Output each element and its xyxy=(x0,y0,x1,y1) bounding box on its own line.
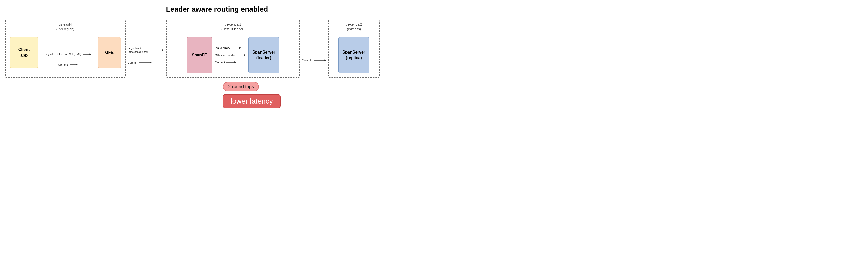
gfe-spanfe-arrow-top: BeginTxn + ExecuteSql (DML) xyxy=(128,47,164,54)
gfe-node: GFE xyxy=(98,37,121,68)
spanfe-label: SpanFE xyxy=(192,52,207,58)
arrow-right-icon7 xyxy=(226,61,236,64)
client-gfe-arrow-bottom: Commit xyxy=(58,63,78,67)
arrow-right-icon4 xyxy=(139,61,152,65)
leader-replica-arrow: Commit xyxy=(302,58,326,62)
region-us-central2-label: us-central2 (Witness) xyxy=(345,22,362,31)
gfe-spanfe-arrows: BeginTxn + ExecuteSql (DML) Commit xyxy=(126,33,166,78)
arrow-right-icon8 xyxy=(314,58,326,62)
region-us-central2: us-central2 (Witness) SpanServer (replic… xyxy=(328,20,380,78)
arrow-right-icon3 xyxy=(152,48,164,52)
region-us-east4: us-east4 (RW region) Client app BeginTxn… xyxy=(5,20,126,78)
region-us-central1: us-central1 (Default leader) SpanFE Issu… xyxy=(166,20,300,78)
spanserver-leader-node: SpanServer (leader) xyxy=(248,37,279,73)
spanfe-node: SpanFE xyxy=(187,37,212,73)
svg-marker-11 xyxy=(244,54,246,56)
arrow-right-icon5 xyxy=(231,46,242,50)
svg-marker-5 xyxy=(162,49,164,51)
badges-area: 2 round trips lower latency xyxy=(223,82,280,109)
spanserver-replica-node: SpanServer (replica) xyxy=(339,37,369,73)
page-title: Leader aware routing enabled xyxy=(166,5,268,13)
client-app-label: Client app xyxy=(18,47,30,58)
region-us-east4-label: us-east4 (RW region) xyxy=(56,22,74,31)
client-gfe-arrow-top: BeginTxn + ExecuteSql (DML) xyxy=(45,52,91,56)
leader-replica-arrows: Commit xyxy=(300,43,328,78)
svg-marker-15 xyxy=(324,59,326,61)
svg-marker-7 xyxy=(150,62,152,64)
client-app-node: Client app xyxy=(10,37,38,68)
svg-marker-1 xyxy=(89,53,91,55)
arrow-right-icon2 xyxy=(70,63,78,67)
diagram: us-east4 (RW region) Client app BeginTxn… xyxy=(5,20,429,78)
spanfe-spanserver-arrow-mid: Other requests xyxy=(215,53,246,57)
spanserver-replica-label: SpanServer (replica) xyxy=(342,50,365,61)
svg-marker-9 xyxy=(239,47,242,49)
svg-marker-13 xyxy=(234,61,236,63)
gfe-spanfe-arrow-bottom: Commit xyxy=(128,61,152,65)
region-us-central1-label: us-central1 (Default leader) xyxy=(221,22,245,31)
arrow-right-icon6 xyxy=(236,53,246,57)
client-gfe-arrows: BeginTxn + ExecuteSql (DML) Commit xyxy=(43,52,93,67)
spanserver-leader-label: SpanServer (leader) xyxy=(252,50,275,61)
lower-latency-badge: lower latency xyxy=(223,94,280,109)
round-trips-badge: 2 round trips xyxy=(223,82,259,91)
spanfe-spanserver-arrow-bottom: Commit xyxy=(215,61,246,64)
spanfe-spanserver-arrows: Issue query Other requests Commit xyxy=(212,46,248,64)
arrow-right-icon xyxy=(84,52,91,56)
gfe-label: GFE xyxy=(105,50,114,55)
svg-marker-3 xyxy=(76,64,78,66)
spanfe-spanserver-arrow-top: Issue query xyxy=(215,46,246,50)
